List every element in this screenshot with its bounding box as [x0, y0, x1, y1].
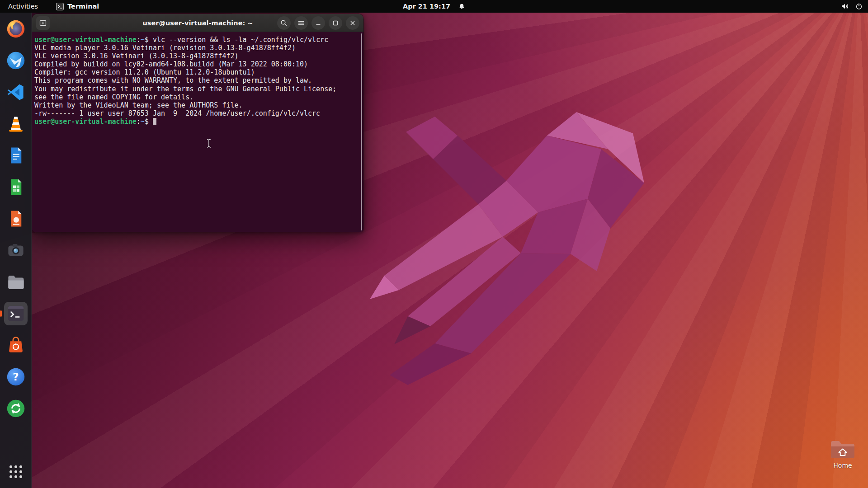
dock-item-updater[interactable] [4, 397, 28, 420]
app-menu-button[interactable]: Terminal [56, 0, 99, 13]
ubuntu-software-icon [6, 336, 25, 355]
app-menu-label: Terminal [67, 3, 99, 10]
close-button[interactable] [346, 16, 359, 30]
firefox-icon [6, 19, 26, 39]
home-folder-icon [830, 439, 855, 460]
activities-label: Activities [8, 3, 38, 10]
home-folder-label: Home [833, 462, 852, 469]
dock-item-terminal[interactable] [4, 302, 28, 325]
dock-item-code[interactable] [4, 80, 28, 104]
terminal-icon [6, 304, 25, 323]
camera-icon [6, 241, 25, 260]
svg-text:?: ? [13, 371, 19, 383]
dock-item-help[interactable]: ? [4, 365, 28, 389]
vscode-icon [6, 83, 25, 102]
terminal-scrollbar[interactable] [360, 33, 363, 230]
dock-item-camera[interactable] [4, 239, 28, 262]
dock-item-software[interactable] [4, 333, 28, 357]
search-icon [280, 19, 288, 27]
terminal-cursor [153, 118, 157, 125]
terminal-output: user@user-virtual-machine:~$ vlc --versi… [34, 36, 358, 126]
terminal-line: see the file named COPYING for details. [34, 93, 358, 101]
minimize-button[interactable] [311, 16, 325, 30]
vlc-icon [6, 114, 25, 133]
dock: ? [0, 13, 32, 488]
help-icon: ? [6, 367, 26, 387]
activities-button[interactable]: Activities [8, 0, 38, 13]
dock-item-vlc[interactable] [4, 112, 28, 136]
power-icon [855, 3, 863, 10]
volume-button[interactable] [841, 3, 849, 10]
terminal-line: Compiled by buildd on lcy02-amd64-108.bu… [34, 60, 358, 68]
hamburger-menu-icon [297, 19, 305, 27]
libreoffice-impress-icon [6, 209, 25, 228]
new-tab-icon [39, 19, 47, 27]
terminal-line: VLC media player 3.0.16 Vetinari (revisi… [34, 44, 358, 52]
terminal-mini-icon [56, 3, 64, 10]
files-icon [6, 272, 25, 291]
libreoffice-writer-icon [6, 146, 25, 165]
terminal-line: user@user-virtual-machine:~$ [34, 117, 358, 126]
menu-button[interactable] [294, 16, 308, 30]
close-icon [349, 19, 356, 27]
terminal-line: Written by the VideoLAN team; see the AU… [34, 101, 358, 109]
dock-item-calc[interactable] [4, 175, 28, 199]
volume-icon [841, 3, 849, 10]
dock-item-impress[interactable] [4, 207, 28, 230]
terminal-body[interactable]: user@user-virtual-machine:~$ vlc --versi… [32, 32, 363, 232]
power-button[interactable] [855, 3, 863, 10]
maximize-button[interactable] [329, 16, 342, 30]
terminal-line: user@user-virtual-machine:~$ vlc --versi… [34, 36, 358, 44]
dock-item-files[interactable] [4, 270, 28, 294]
terminal-line: -rw------- 1 user user 87653 Jan 9 2024 … [34, 109, 358, 117]
app-grid-button[interactable] [7, 463, 25, 481]
top-bar: Activities Terminal Apr 21 19:17 [0, 0, 868, 13]
terminal-headerbar[interactable]: user@user-virtual-machine: ~ [32, 14, 363, 32]
notification-bell-icon[interactable] [458, 3, 465, 10]
dock-item-thunderbird[interactable] [4, 49, 28, 72]
mouse-ibeam-cursor [206, 138, 212, 148]
search-button[interactable] [277, 16, 291, 30]
minimize-icon [315, 19, 322, 27]
desktop-screen: Activities Terminal Apr 21 19:17 [0, 0, 868, 488]
dock-item-writer[interactable] [4, 144, 28, 167]
dock-items: ? [4, 17, 28, 420]
terminal-scrollbar-thumb[interactable] [361, 33, 362, 230]
home-folder-shortcut[interactable]: Home [822, 439, 863, 469]
terminal-line: Compiler: gcc version 11.2.0 (Ubuntu 11.… [34, 68, 358, 76]
thunderbird-icon [6, 51, 26, 70]
app-grid-icon [9, 465, 22, 478]
new-tab-button[interactable] [36, 16, 50, 30]
window-title: user@user-virtual-machine: ~ [143, 19, 253, 27]
clock[interactable]: Apr 21 19:17 [403, 3, 450, 10]
terminal-line: You may redistribute it under the terms … [34, 85, 358, 93]
software-updater-icon [6, 399, 26, 418]
terminal-line: VLC version 3.0.16 Vetinari (3.0.13-8-g4… [34, 52, 358, 60]
maximize-icon [332, 19, 339, 27]
terminal-window: user@user-virtual-machine: ~ [32, 14, 364, 232]
libreoffice-calc-icon [6, 178, 25, 197]
dock-item-firefox[interactable] [4, 17, 28, 41]
terminal-line: This program comes with NO WARRANTY, to … [34, 76, 358, 84]
